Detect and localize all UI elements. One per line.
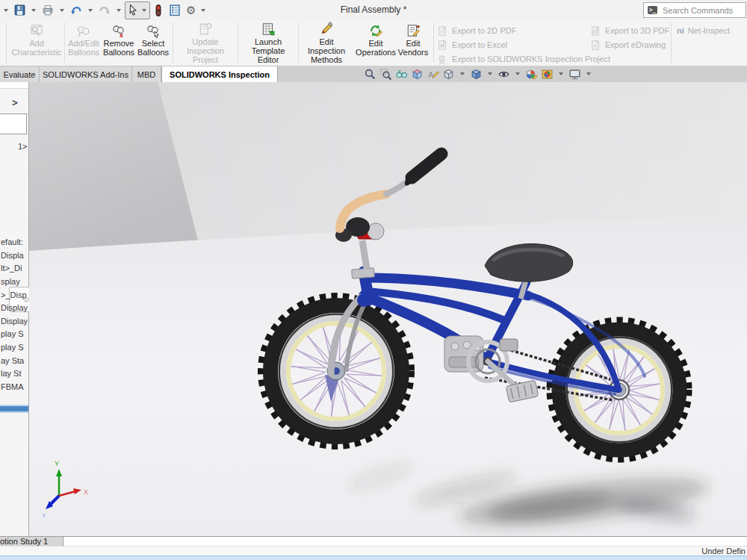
add-edit-balloons-icon [76,22,91,38]
undo-button[interactable] [68,2,84,19]
previous-view-icon[interactable] [395,68,408,81]
tree-item[interactable]: splay [1,277,20,286]
tab-mbd-label: MBD [137,70,155,79]
edit-vendors-button[interactable]: Edit Vendors [397,22,429,63]
export-2d-pdf-icon [437,25,448,37]
edit-inspection-methods-icon [319,22,334,37]
export-edrawing-label: Export eDrawing [605,40,666,49]
zoom-to-fit-icon[interactable] [364,68,376,81]
tab-inspection-label: SOLIDWORKS Inspection [170,70,270,79]
motion-study-tab[interactable]: otion Study 1 [0,537,63,546]
launch-template-editor-icon [261,22,276,37]
display-style-caret[interactable] [488,72,492,75]
options-caret[interactable] [201,9,205,12]
export-swip-icon [437,54,448,65]
tree-item[interactable]: efault: [1,237,23,246]
title-bar: ⚙ Final Assembly * >_ [0,0,747,21]
print-caret[interactable] [60,9,64,12]
search-commands-input[interactable] [661,5,746,16]
edit-inspection-methods-label: Edit Inspection Methods [300,37,353,64]
tree-item[interactable]: lt>_Di [1,264,22,273]
select-tool-button[interactable] [125,1,150,19]
view-settings-caret[interactable] [586,72,591,75]
edit-operations-icon [368,22,383,38]
zoom-to-area-icon[interactable] [379,68,392,81]
remove-balloons-icon: x [111,22,126,38]
section-view-icon[interactable] [411,68,424,81]
export-3d-pdf-button[interactable]: Export to 3D PDF [590,24,669,37]
hide-show-items-caret[interactable] [515,72,520,75]
save-caret[interactable] [31,9,36,12]
export-3d-pdf-label: Export to 3D PDF [605,26,669,35]
export-2d-pdf-button[interactable]: Export to 2D PDF [437,24,516,37]
report-button[interactable] [167,2,183,19]
remove-balloons-button[interactable]: x Remove Balloons [102,22,135,63]
tree-item[interactable]: Display [1,303,28,312]
save-button[interactable] [12,2,28,19]
remove-balloons-label: Remove Balloons [102,39,135,57]
tab-mbd[interactable]: MBD [132,66,161,83]
add-characteristic-button[interactable]: Add Characteristic [9,22,64,63]
export-excel-button[interactable]: Export to Excel [437,38,507,52]
tree-item[interactable]: >_Disp [1,290,27,299]
ribbon-separator [433,22,434,63]
status-bar: Under Defin [0,546,747,556]
edit-vendors-icon [406,22,421,38]
ribbon-separator [173,22,173,63]
view-settings-icon[interactable] [568,68,581,81]
search-commands-box[interactable]: >_ [643,2,746,18]
qat-overflow-caret[interactable] [4,9,8,12]
launch-template-editor-button[interactable]: Launch Template Editor [240,22,297,63]
tab-solidworks-inspection[interactable]: SOLIDWORKS Inspection [161,66,278,83]
export-swip-button[interactable]: Export to SOLIDWORKS Inspection Project [437,52,610,66]
motion-study-bar: otion Study 1 [0,536,747,547]
select-balloons-button[interactable]: Select Balloons [137,22,170,63]
pedal-far [500,339,518,351]
selected-item-bar[interactable] [0,405,28,413]
edit-inspection-methods-button[interactable]: Edit Inspection Methods [300,22,353,63]
3d-viewport[interactable]: Y X z [29,82,747,536]
view-orientation-caret[interactable] [460,72,465,75]
edit-appearance-icon[interactable] [525,68,538,81]
export-3d-pdf-icon [590,25,601,37]
tab-solidworks-add-ins[interactable]: SOLIDWORKS Add-Ins [40,66,132,83]
export-swip-label: Export to SOLIDWORKS Inspection Project [452,55,610,63]
add-edit-balloons-button[interactable]: Add/Edit Balloons [66,22,101,63]
tree-item[interactable]: Display [1,317,28,326]
tree-item[interactable]: lay St [1,369,22,378]
quick-access-toolbar: ⚙ [0,0,208,20]
export-edrawing-button[interactable]: Export eDrawing [590,38,666,52]
update-inspection-project-button[interactable]: Update Inspection Project [175,22,236,63]
front-wheel[interactable] [264,299,409,444]
apply-scene-caret[interactable] [559,72,563,75]
tree-item[interactable]: Displa [1,251,24,260]
ribbon-separator [6,22,7,63]
redo-caret[interactable] [117,9,121,12]
command-manager-tab-bar: Evaluate SOLIDWORKS Add-Ins MBD SOLIDWOR… [0,66,747,82]
apply-scene-icon[interactable] [541,68,554,81]
heads-up-view-toolbar: A [364,67,593,81]
tree-item[interactable]: play S [1,329,24,338]
tab-evaluate[interactable]: Evaluate [0,66,40,83]
edit-operations-button[interactable]: Edit Operations [354,22,397,63]
tree-filter-box[interactable] [0,113,27,134]
dynamic-annotation-icon[interactable]: A [427,68,439,81]
options-gear-button[interactable]: ⚙ [185,2,197,19]
export-excel-icon [437,40,448,51]
update-inspection-project-label: Update Inspection Project [175,37,236,64]
graphics-area[interactable]: Y X z [29,82,747,536]
interference-light-button[interactable] [152,2,165,19]
net-inspect-button[interactable]: ni Net-Inspect [677,24,730,37]
print-button[interactable] [40,2,56,19]
undo-caret[interactable] [88,9,93,12]
edit-operations-label: Edit Operations [354,39,397,57]
redo-button[interactable] [96,2,113,19]
tree-item[interactable]: ay Sta [1,356,24,365]
tree-item[interactable]: play S [1,343,24,352]
hide-show-items-icon[interactable] [498,68,510,81]
view-orientation-icon[interactable] [442,68,455,81]
flyout-expand-chevron[interactable]: > [12,97,18,108]
select-tool-caret[interactable] [142,9,146,12]
tree-item[interactable]: FBMA [1,382,24,391]
display-style-icon[interactable] [470,68,483,81]
